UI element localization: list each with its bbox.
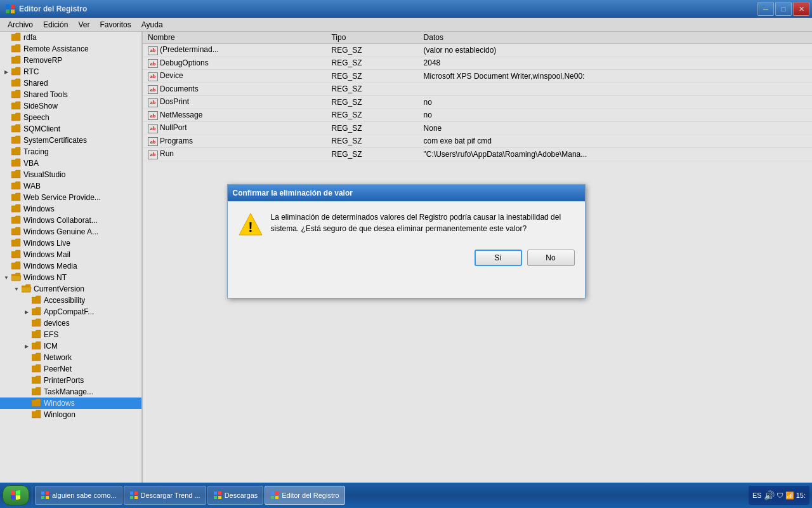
taskbar-app-icon [213, 491, 222, 500]
svg-text:!: ! [248, 219, 252, 235]
svg-marker-6 [11, 495, 15, 500]
taskbar-app-icon [270, 491, 279, 500]
taskbar-button-task3[interactable]: Descargas [207, 486, 264, 505]
svg-rect-13 [134, 491, 138, 495]
tray-icons3: 📶 [785, 491, 794, 500]
svg-rect-19 [218, 496, 221, 499]
confirm-dialog: Confirmar la eliminación de valor ! La e… [227, 184, 586, 298]
taskbar-button-task2[interactable]: Descargar Trend ... [124, 486, 206, 505]
svg-rect-18 [214, 496, 217, 499]
taskbar-right: ES 🔊 🛡 📶 15: [749, 486, 809, 505]
taskbar-button-label: alguien sabe como... [52, 491, 117, 499]
svg-rect-22 [271, 496, 274, 499]
taskbar-button-label: Descargas [225, 491, 258, 499]
svg-rect-10 [41, 496, 44, 499]
dialog-title-bar: Confirmar la eliminación de valor [228, 185, 585, 201]
svg-rect-8 [41, 491, 44, 495]
locale-indicator: ES [752, 491, 762, 499]
windows-logo-icon [11, 490, 21, 500]
start-button[interactable] [3, 485, 29, 505]
svg-rect-16 [214, 491, 217, 495]
taskbar-app-icon [129, 491, 138, 500]
svg-rect-15 [134, 496, 138, 499]
svg-rect-21 [275, 491, 278, 495]
clock: 15: [796, 491, 806, 499]
taskbar-button-task4[interactable]: Editor del Registro [265, 486, 345, 505]
dialog-no-button[interactable]: No [527, 250, 575, 266]
taskbar-app-icon [41, 491, 49, 500]
svg-rect-20 [271, 491, 274, 495]
taskbar-button-label: Editor del Registro [282, 491, 339, 499]
svg-rect-14 [130, 496, 133, 499]
tray-icons2: 🛡 [776, 491, 783, 499]
taskbar-divider [32, 486, 32, 504]
svg-rect-17 [218, 491, 221, 495]
dialog-yes-button[interactable]: Sí [475, 250, 522, 266]
svg-rect-11 [46, 496, 49, 499]
dialog-buttons: Sí No [228, 244, 585, 276]
svg-rect-12 [130, 491, 133, 495]
svg-marker-5 [16, 490, 20, 495]
tray-icons: 🔊 [764, 490, 775, 500]
taskbar-buttons: alguien sabe como...Descargar Trend ...D… [35, 486, 747, 505]
dialog-message: La eliminación de determinados valores d… [271, 211, 575, 234]
warning-icon: ! [238, 211, 263, 237]
taskbar-button-task1[interactable]: alguien sabe como... [35, 486, 122, 505]
svg-marker-4 [11, 490, 15, 495]
taskbar: alguien sabe como...Descargar Trend ...D… [0, 483, 812, 508]
taskbar-button-label: Descargar Trend ... [141, 491, 200, 499]
svg-rect-23 [275, 496, 278, 499]
svg-marker-7 [16, 495, 20, 500]
svg-rect-9 [46, 491, 49, 495]
dialog-title: Confirmar la eliminación de valor [233, 189, 353, 197]
dialog-body: ! La eliminación de determinados valores… [228, 201, 585, 244]
dialog-overlay: Confirmar la eliminación de valor ! La e… [0, 0, 812, 483]
system-tray: ES 🔊 🛡 📶 15: [749, 486, 809, 505]
